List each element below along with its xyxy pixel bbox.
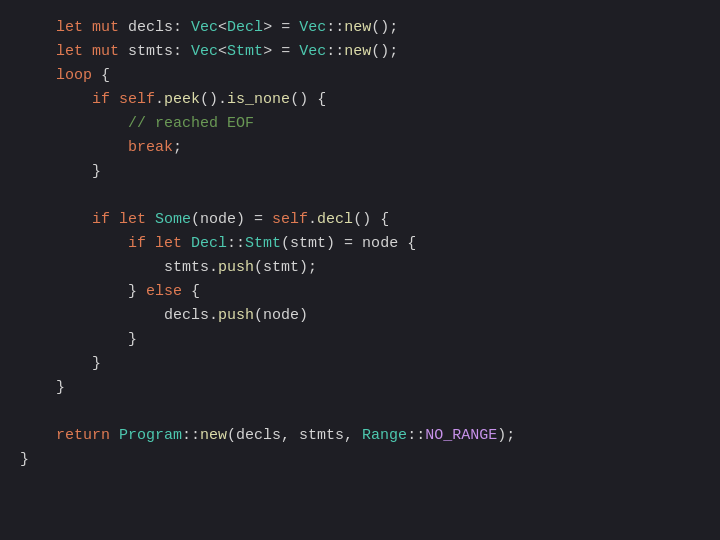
code-line: } <box>0 376 720 400</box>
code-line: } <box>0 328 720 352</box>
code-line: if let Decl::Stmt(stmt) = node { <box>0 232 720 256</box>
code-line <box>0 184 720 208</box>
code-line: stmts.push(stmt); <box>0 256 720 280</box>
code-line: return Program::new(decls, stmts, Range:… <box>0 424 720 448</box>
code-line: if self.peek().is_none() { <box>0 88 720 112</box>
code-line: decls.push(node) <box>0 304 720 328</box>
code-line: let mut stmts: Vec<Stmt> = Vec::new(); <box>0 40 720 64</box>
code-line: } <box>0 352 720 376</box>
code-line: // reached EOF <box>0 112 720 136</box>
code-editor: let mut decls: Vec<Decl> = Vec::new(); l… <box>0 0 720 540</box>
code-line: } else { <box>0 280 720 304</box>
code-line: } <box>0 160 720 184</box>
code-line: let mut decls: Vec<Decl> = Vec::new(); <box>0 16 720 40</box>
code-line: loop { <box>0 64 720 88</box>
code-line: break; <box>0 136 720 160</box>
code-line: } <box>0 448 720 472</box>
code-line: if let Some(node) = self.decl() { <box>0 208 720 232</box>
code-line <box>0 400 720 424</box>
